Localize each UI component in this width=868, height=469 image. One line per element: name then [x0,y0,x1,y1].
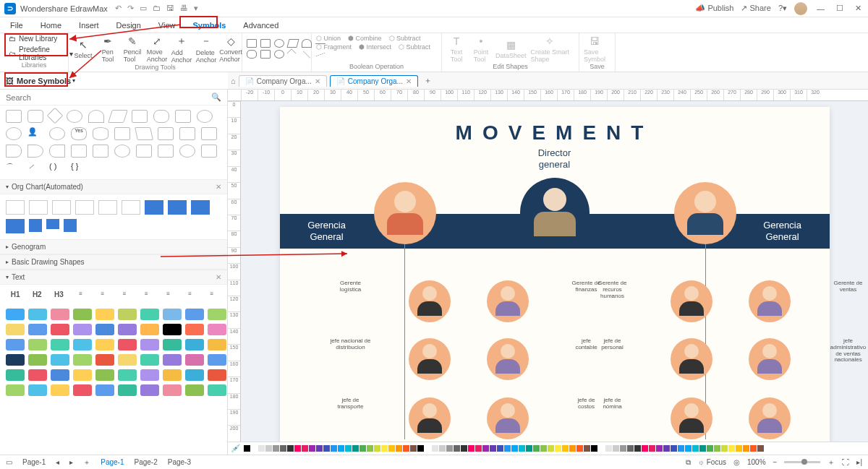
search-input[interactable] [6,93,211,102]
predefine-libraries-button[interactable]: 🗂 Predefine Libraries▾ [9,46,73,61]
avatar-l3b[interactable] [487,397,529,439]
basic-shape-palette[interactable]: 👤Yes ⌒⟋( ){ } [0,106,227,179]
fullscreen-icon[interactable]: ⛶ [842,458,849,466]
quick-access-toolbar: ↶ ↷ ▭ 🗀 🖫 🖶 ▾ [115,4,198,13]
layers-icon[interactable]: ⧉ [686,458,691,467]
avatar-l1a[interactable] [409,280,451,322]
section-text[interactable]: ▾Text✕ [0,270,227,285]
chart-title: MOVEMENT [280,121,830,145]
add-page-icon[interactable]: ＋ [83,457,90,468]
print-icon[interactable]: 🖶 [180,4,188,13]
help-icon[interactable]: ?▾ [778,4,787,13]
share-button[interactable]: ↗ Share [741,4,770,13]
avatar-l3a[interactable] [409,397,451,439]
canvas-scroll[interactable]: MOVEMENT Director general Gerencia Gener… [241,101,868,442]
save-symbol-button[interactable]: 🖫Save Symbol [584,35,605,63]
close-icon[interactable]: ✕ [853,4,864,13]
add-anchor[interactable]: ＋Add Anchor [171,35,192,64]
gerencia-right-avatar[interactable] [674,182,736,244]
label-jefe-nomina: jefe de nómina [591,397,634,439]
intersect-button[interactable]: ⬢ Intersect [359,43,391,51]
zoom-out-icon[interactable]: − [773,458,778,466]
avatar-l2a[interactable] [409,338,451,380]
org-chart-page[interactable]: MOVEMENT Director general Gerencia Gener… [280,107,830,442]
gerencia-left-avatar[interactable] [374,182,436,244]
color-swatch-bar[interactable]: 💉 [228,442,868,455]
union-button[interactable]: ⬡ Union [316,35,341,42]
director-avatar[interactable] [520,178,590,247]
move-anchor[interactable]: ⤢Move Anchor [147,35,167,63]
banner-thumbs[interactable] [0,304,227,400]
qat-dropdown-icon[interactable]: ▾ [194,4,198,13]
home-tab-icon[interactable]: ⌂ [231,77,236,85]
new-icon[interactable]: ▭ [140,4,147,13]
page-tab-1[interactable]: Page-1 [101,458,124,466]
pen-tool[interactable]: ✒Pen Tool [98,35,118,63]
avatar-r2a[interactable] [671,338,712,380]
user-avatar[interactable] [794,2,807,15]
convert-anchor[interactable]: ◇Convert Anchor [221,35,241,63]
page-tab-3[interactable]: Page-3 [168,458,191,466]
redo-icon[interactable]: ↷ [127,4,134,13]
label-jefe-transporte: jefe de transporte [329,397,373,439]
org-chart-thumbs[interactable] [0,194,227,239]
pages-icon[interactable]: ▭ [6,458,12,466]
fragment-button[interactable]: ⬡ Fragment [316,43,352,51]
undo-icon[interactable]: ↶ [115,4,122,13]
zoom-slider[interactable] [784,461,820,463]
select-tool[interactable]: ↖Select [73,39,93,59]
doc-tab-1[interactable]: 📄Company Orga...✕ [239,75,327,87]
save-icon[interactable]: 🖫 [166,4,174,13]
avatar-r2b[interactable] [749,338,791,380]
pencil-tool[interactable]: ✎Pencil Tool [122,35,142,63]
close-text-icon[interactable]: ✕ [216,273,221,281]
prev-page-icon[interactable]: ◂ [56,458,59,466]
tab-home[interactable]: Home [41,21,61,30]
page-tab-2[interactable]: Page-2 [135,458,158,466]
publish-button[interactable]: 📣 Publish [695,4,733,13]
avatar-l1b[interactable] [487,280,529,322]
section-org-chart[interactable]: ▾Org Chart(Automated)✕ [0,179,227,194]
text-tool[interactable]: TText Tool [446,35,467,63]
avatar-r3b[interactable] [749,397,791,439]
tab-advanced[interactable]: Advanced [243,21,278,30]
panel-toggle-icon[interactable]: ▸| [856,458,862,466]
avatar-r3a[interactable] [671,397,712,439]
add-tab-icon[interactable]: ＋ [421,75,435,86]
close-section-icon[interactable]: ✕ [216,183,221,191]
section-genogram[interactable]: ▸Genogram [0,239,227,254]
section-basic-shapes[interactable]: ▸Basic Drawing Shapes [0,254,227,270]
combine-button[interactable]: ⬢ Combine [348,35,382,42]
text-heading-thumbs[interactable]: H1H2H3 ≡≡≡≡≡≡≡ [0,285,227,304]
tab-view[interactable]: View [158,21,176,30]
new-library-button[interactable]: 🗀 New Library [9,35,73,43]
more-symbols-button[interactable]: More Symbols [17,77,71,85]
fit-icon[interactable]: ◎ [733,458,740,466]
focus-button[interactable]: ☼ Focus [698,458,726,466]
maximize-icon[interactable]: ☐ [834,4,846,13]
datasheet-button[interactable]: ▦DataSheet [495,39,527,59]
minimize-icon[interactable]: — [814,4,827,13]
symbols-panel: 🔍 👤Yes ⌒⟋( ){ } ▾Org Chart(Automated)✕ ▸… [0,90,228,455]
eyedropper-icon[interactable]: 💉 [231,444,241,453]
avatar-l2b[interactable] [487,338,529,380]
tab-file[interactable]: File [10,21,23,30]
canvas-page-1[interactable]: Page-1 [22,458,46,466]
next-page-icon[interactable]: ▸ [69,458,73,466]
delete-anchor[interactable]: －Delete Anchor [196,35,216,64]
open-icon[interactable]: 🗀 [153,4,161,13]
subtract2-button[interactable]: ⬡ Subtract [399,43,430,51]
zoom-in-icon[interactable]: ＋ [827,457,835,468]
ruler-horizontal: -20-100102030405060708090100110120130140… [228,90,868,101]
avatar-r1a[interactable] [671,280,712,322]
search-icon[interactable]: 🔍 [211,92,221,102]
avatar-r1b[interactable] [749,280,791,322]
zoom-value: 100% [747,458,766,466]
tab-symbols[interactable]: Symbols [193,21,226,30]
doc-tab-2[interactable]: 📄Company Orga...✕ [330,75,418,87]
subtract-button[interactable]: ⬡ Subtract [389,35,421,42]
tab-insert[interactable]: Insert [79,21,99,30]
point-tool[interactable]: •Point Tool [471,35,491,63]
tab-design[interactable]: Design [116,21,141,30]
create-smart-shape[interactable]: ✧Create Smart Shape [531,35,570,63]
